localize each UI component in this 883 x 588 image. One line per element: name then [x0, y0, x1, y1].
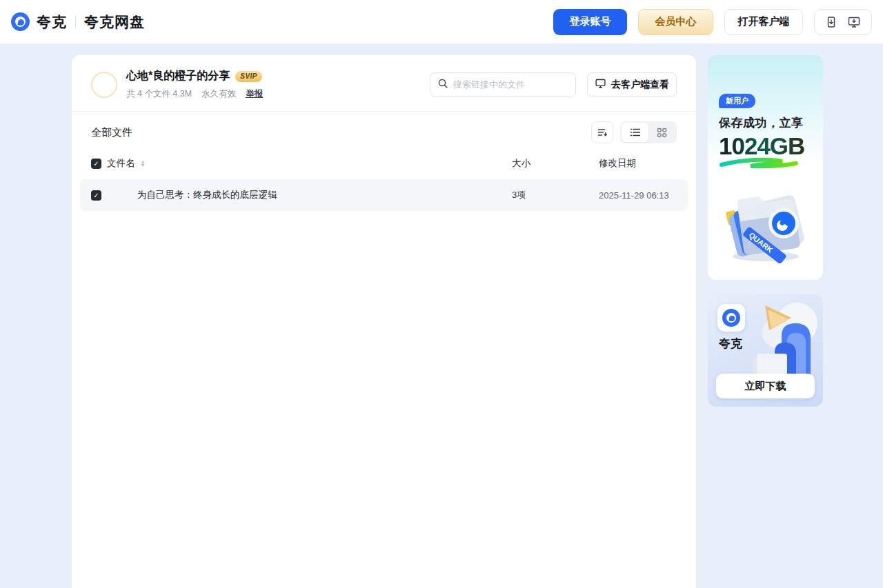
file-icon — [110, 185, 137, 205]
view-in-client-button[interactable]: 去客户端查看 — [587, 72, 677, 97]
file-size: 3项 — [512, 189, 599, 201]
brand-name: 夸克 — [37, 12, 67, 32]
file-name[interactable]: 为自己思考：终身成长的底层逻辑 — [137, 189, 277, 201]
top-navigation-bar: 夸克 夸克网盘 登录账号 会员中心 打开客户端 — [0, 0, 883, 44]
search-box[interactable] — [430, 72, 576, 97]
app-name: 夸克 — [719, 336, 742, 352]
promo-text: 保存成功，立享 — [719, 115, 812, 131]
share-content-panel: 心地*良的橙子的分享 SVIP 共 4 个文件 4.3M 永久有效 举报 — [72, 55, 696, 588]
download-apps-group — [814, 9, 872, 35]
all-files-label: 全部文件 — [91, 126, 132, 139]
search-input[interactable] — [453, 79, 568, 90]
share-file-count: 共 4 个文件 4.3M — [126, 88, 192, 100]
sharer-avatar — [91, 72, 117, 98]
new-user-promo-card[interactable]: 新用户 保存成功，立享 1024GB QUARK — [708, 55, 823, 280]
new-user-badge: 新用户 — [719, 94, 755, 108]
file-list-toolbar: 全部文件 — [72, 112, 696, 152]
quark-logo-icon — [722, 309, 740, 327]
list-view-button[interactable] — [622, 123, 648, 142]
column-modified-label: 修改日期 — [599, 157, 677, 170]
monitor-icon — [595, 78, 606, 91]
folder-illustration: QUARK — [720, 178, 811, 263]
brand-logo-group[interactable]: 夸克 夸克网盘 — [11, 12, 145, 32]
app-card-illustration — [733, 294, 823, 384]
share-header: 心地*良的橙子的分享 SVIP 共 4 个文件 4.3M 永久有效 举报 — [72, 55, 696, 112]
brand-divider — [75, 16, 76, 28]
quark-logo-icon — [11, 12, 30, 31]
name-sort-toggle[interactable]: ▲ ▼ — [141, 160, 146, 167]
column-name-label: 文件名 — [107, 157, 135, 170]
report-link[interactable]: 举报 — [246, 88, 263, 100]
grid-view-button[interactable] — [648, 123, 675, 142]
search-icon — [437, 78, 448, 92]
column-size-label: 大小 — [512, 157, 599, 170]
select-all-checkbox[interactable]: ✓ — [91, 159, 101, 169]
mobile-download-icon[interactable] — [825, 16, 837, 28]
promo-capacity: 1024GB — [719, 132, 812, 160]
table-header-row: ✓ 文件名 ▲ ▼ 大小 修改日期 — [72, 152, 696, 175]
download-now-button[interactable]: 立即下载 — [716, 374, 815, 398]
share-title: 心地*良的橙子的分享 — [126, 69, 230, 83]
file-modified-date: 2025-11-29 06:13 — [599, 190, 677, 201]
login-button[interactable]: 登录账号 — [553, 9, 627, 35]
file-row[interactable]: ✓ 为自己思考：终身成长的底层逻辑 3项 2025-11-29 06:13 — [80, 179, 688, 211]
share-validity: 永久有效 — [201, 88, 236, 100]
product-name: 夸克网盘 — [84, 12, 145, 32]
open-client-button[interactable]: 打开客户端 — [724, 9, 803, 35]
app-download-card[interactable]: 夸克 立即下载 — [708, 294, 823, 407]
vip-center-button[interactable]: 会员中心 — [638, 9, 713, 35]
quark-app-logo — [717, 304, 745, 332]
svip-badge: SVIP — [235, 71, 262, 82]
desktop-download-icon[interactable] — [847, 16, 861, 28]
view-mode-switch — [620, 121, 677, 143]
row-checkbox[interactable]: ✓ — [91, 190, 101, 201]
sort-order-button[interactable] — [591, 121, 613, 143]
